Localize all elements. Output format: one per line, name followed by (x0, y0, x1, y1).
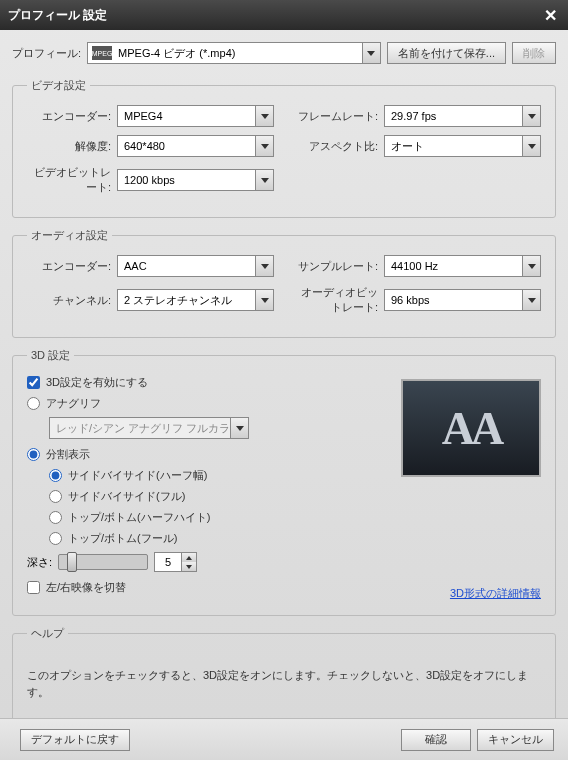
audio-legend: オーディオ設定 (27, 228, 112, 243)
aspect-select[interactable]: オート (384, 135, 541, 157)
spinner-down-icon[interactable] (182, 562, 196, 571)
chevron-down-icon[interactable] (362, 43, 380, 63)
chevron-down-icon[interactable] (255, 290, 273, 310)
chevron-down-icon[interactable] (522, 290, 540, 310)
depth-value: 5 (155, 556, 181, 568)
default-button[interactable]: デフォルトに戻す (20, 729, 130, 751)
video-legend: ビデオ設定 (27, 78, 90, 93)
chevron-down-icon[interactable] (230, 418, 248, 438)
samplerate-label: サンプルレート: (294, 259, 378, 274)
video-bitrate-select[interactable]: 1200 kbps (117, 169, 274, 191)
profile-label: プロフィール: (12, 46, 81, 61)
ok-button[interactable]: 確認 (401, 729, 471, 751)
chevron-down-icon[interactable] (255, 170, 273, 190)
audio-bitrate-label: オーディオビットレート: (294, 285, 378, 315)
audio-settings: オーディオ設定 エンコーダー: AAC サンプルレート: 44100 Hz チャ… (12, 228, 556, 338)
cancel-button[interactable]: キャンセル (477, 729, 554, 751)
audio-encoder-select[interactable]: AAC (117, 255, 274, 277)
preview-text: AA (442, 402, 500, 455)
enable-3d-input[interactable] (27, 376, 40, 389)
split-radio[interactable]: 分割表示 (27, 447, 391, 462)
swap-lr-checkbox[interactable]: 左/右映像を切替 (27, 580, 391, 595)
sbs-half-radio[interactable]: サイドバイサイド(ハーフ幅) (49, 468, 391, 483)
anaglyph-input[interactable] (27, 397, 40, 410)
tb-half-radio[interactable]: トップ/ボトム(ハーフハイト) (49, 510, 391, 525)
threed-legend: 3D 設定 (27, 348, 74, 363)
chevron-down-icon[interactable] (255, 256, 273, 276)
depth-spinner[interactable]: 5 (154, 552, 197, 572)
save-as-button[interactable]: 名前を付けて保存... (387, 42, 506, 64)
chevron-down-icon[interactable] (522, 256, 540, 276)
profile-row: プロフィール: MPEG MPEG-4 ビデオ (*.mp4) 名前を付けて保存… (12, 42, 556, 64)
encoder-label: エンコーダー: (27, 109, 111, 124)
dialog-title: プロフィール 設定 (8, 7, 540, 24)
depth-label: 深さ: (27, 555, 52, 570)
chevron-down-icon[interactable] (522, 106, 540, 126)
delete-button[interactable]: 削除 (512, 42, 556, 64)
channel-select[interactable]: 2 ステレオチャンネル (117, 289, 274, 311)
channel-label: チャンネル: (27, 293, 111, 308)
threed-preview: AA (401, 379, 541, 477)
depth-slider[interactable] (58, 554, 148, 570)
threed-info-link[interactable]: 3D形式の詳細情報 (450, 586, 541, 601)
profile-select[interactable]: MPEG MPEG-4 ビデオ (*.mp4) (87, 42, 381, 64)
anaglyph-mode-select[interactable]: レッド/シアン アナグリフ フルカラー (49, 417, 249, 439)
profile-value: MPEG-4 ビデオ (*.mp4) (118, 46, 235, 61)
anaglyph-radio[interactable]: アナグリフ (27, 396, 391, 411)
swap-lr-input[interactable] (27, 581, 40, 594)
spinner-up-icon[interactable] (182, 553, 196, 562)
close-icon[interactable]: ✕ (540, 5, 560, 25)
tb-full-radio[interactable]: トップ/ボトム(フール) (49, 531, 391, 546)
aspect-label: アスペクト比: (294, 139, 378, 154)
slider-thumb[interactable] (67, 552, 77, 572)
resolution-select[interactable]: 640*480 (117, 135, 274, 157)
enable-3d-checkbox[interactable]: 3D設定を有効にする (27, 375, 391, 390)
video-encoder-select[interactable]: MPEG4 (117, 105, 274, 127)
threed-settings: 3D 設定 3D設定を有効にする アナグリフ レッド/シアン アナグリフ フルカ… (12, 348, 556, 616)
framerate-label: フレームレート: (294, 109, 378, 124)
samplerate-select[interactable]: 44100 Hz (384, 255, 541, 277)
mpeg-icon: MPEG (92, 46, 112, 60)
audio-bitrate-select[interactable]: 96 kbps (384, 289, 541, 311)
help-legend: ヘルプ (27, 626, 68, 641)
audio-encoder-label: エンコーダー: (27, 259, 111, 274)
split-input[interactable] (27, 448, 40, 461)
chevron-down-icon[interactable] (255, 136, 273, 156)
chevron-down-icon[interactable] (522, 136, 540, 156)
sbs-full-radio[interactable]: サイドバイサイド(フル) (49, 489, 391, 504)
framerate-select[interactable]: 29.97 fps (384, 105, 541, 127)
titlebar: プロフィール 設定 ✕ (0, 0, 568, 30)
help-text: このオプションをチェックすると、3D設定をオンにします。チェックしないと、3D設… (27, 667, 541, 700)
footer: デフォルトに戻す 確認 キャンセル (0, 718, 568, 760)
chevron-down-icon[interactable] (255, 106, 273, 126)
help-box: ヘルプ このオプションをチェックすると、3D設定をオンにします。チェックしないと… (12, 626, 556, 726)
resolution-label: 解像度: (27, 139, 111, 154)
video-settings: ビデオ設定 エンコーダー: MPEG4 フレームレート: 29.97 fps 解… (12, 78, 556, 218)
video-bitrate-label: ビデオビットレート: (27, 165, 111, 195)
